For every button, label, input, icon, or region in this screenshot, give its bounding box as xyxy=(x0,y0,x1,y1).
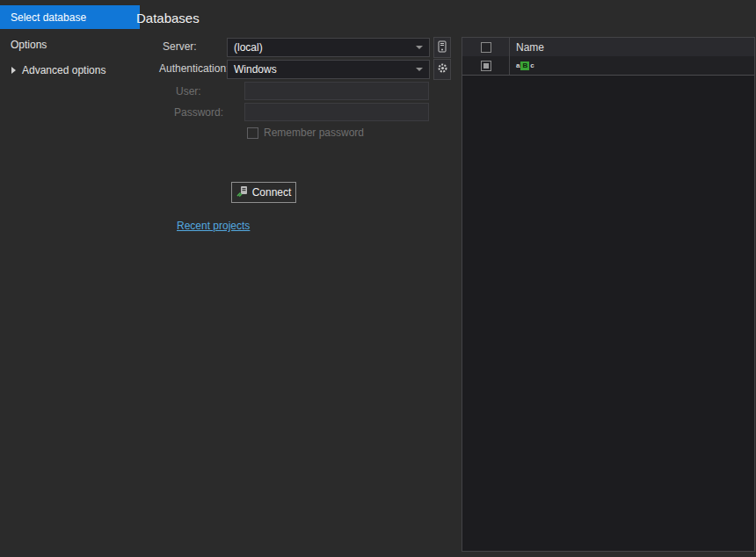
recent-projects-link[interactable]: Recent projects xyxy=(177,220,250,232)
sidebar-item-select-database[interactable]: Select database xyxy=(0,5,140,29)
user-label: User: xyxy=(176,85,201,98)
connect-button-label: Connect xyxy=(252,186,292,199)
password-input xyxy=(244,103,429,121)
remember-password-option: Remember password xyxy=(247,127,364,139)
server-dropdown-value: (local) xyxy=(234,41,263,54)
gear-icon xyxy=(437,62,448,76)
authentication-dropdown-value: Windows xyxy=(234,63,277,76)
authentication-dropdown[interactable]: Windows xyxy=(227,60,430,79)
grid-header-check-cell xyxy=(462,38,510,56)
remember-password-checkbox xyxy=(247,127,258,139)
page-title: Databases xyxy=(136,11,200,25)
connect-icon xyxy=(236,185,248,199)
sidebar-item-label: Select database xyxy=(11,11,86,24)
user-input xyxy=(244,82,429,100)
app-window: Select database Options Advanced options… xyxy=(0,0,756,557)
sidebar-item-advanced-options[interactable]: Advanced options xyxy=(11,64,105,76)
auth-settings-button[interactable] xyxy=(433,59,451,80)
connect-button[interactable]: Connect xyxy=(231,182,296,203)
server-icon xyxy=(438,40,447,55)
grid-header-row: Name xyxy=(462,38,754,57)
table-row[interactable]: a B c xyxy=(462,56,754,76)
sidebar-item-label: Options xyxy=(11,39,47,51)
row-checkbox[interactable] xyxy=(481,61,491,71)
databases-grid: Name a B c xyxy=(462,37,755,552)
remember-password-label: Remember password xyxy=(264,127,364,139)
password-label: Password: xyxy=(174,106,223,119)
select-all-checkbox[interactable] xyxy=(481,42,491,53)
authentication-label: Authentication: xyxy=(159,62,229,75)
sidebar-item-options[interactable]: Options xyxy=(11,39,47,51)
chevron-down-icon xyxy=(416,46,423,49)
server-label: Server: xyxy=(163,40,197,53)
column-header-name[interactable]: Name xyxy=(510,38,754,56)
abc-icon: a B c xyxy=(516,61,534,70)
chevron-down-icon xyxy=(416,68,423,71)
server-dropdown[interactable]: (local) xyxy=(227,38,430,57)
expand-arrow-icon xyxy=(11,67,16,74)
sidebar-item-label: Advanced options xyxy=(22,64,105,76)
row-check-cell xyxy=(462,56,510,75)
sidebar: Select database Options Advanced options xyxy=(0,0,130,557)
browse-servers-button[interactable] xyxy=(433,37,451,58)
row-name-cell: a B c xyxy=(510,56,754,75)
